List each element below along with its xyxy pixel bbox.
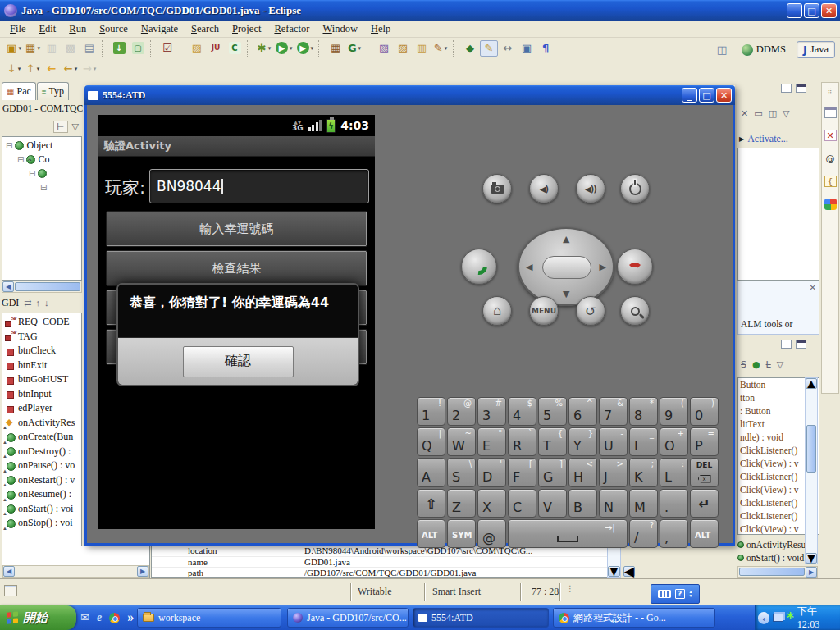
key-alt[interactable]: ALT [417,519,445,548]
menu-file[interactable]: File [3,22,32,36]
key-g[interactable]: G] [538,458,567,486]
outline-scrollbar[interactable]: ▲ ▼ [805,377,818,564]
key-0[interactable]: 0) [690,397,719,426]
network-tray-icon[interactable] [773,614,783,622]
scroll-right-button[interactable]: ▶ [137,566,148,577]
run-history-icon[interactable]: ▶▾ [295,40,316,57]
hierarchy-mode-icon[interactable]: ⊢ [53,121,67,133]
confirm-button[interactable]: 確認 [183,346,294,377]
keyboard-icon[interactable] [658,590,671,598]
call-button[interactable] [461,249,497,285]
close-popup-icon[interactable]: ✕ [810,283,816,292]
run-icon[interactable]: ▶▾ [274,40,294,57]
check-result-button[interactable]: 檢查結果 [107,251,367,285]
scroll-up-button[interactable]: ▲ [806,378,817,389]
minimize-button[interactable]: _ [787,3,802,18]
key-9[interactable]: 9( [660,397,688,426]
view-menu-icon[interactable]: ▽ [777,359,783,370]
view-minimize-icon[interactable] [781,84,792,93]
menu-edit[interactable]: Edit [32,22,62,36]
member-item[interactable]: edPlayer [3,401,81,416]
tree-node[interactable]: ⊟Object [4,139,81,153]
scroll-down-button[interactable]: ▼ [806,553,817,564]
task--go-[interactable]: 網路程式設計 - - Go... [553,608,715,628]
folder-icon[interactable]: ▥ [413,40,431,57]
menu-button[interactable]: MENU [529,296,559,326]
key-h[interactable]: H< [568,458,597,486]
search-folder-icon[interactable]: ▨ [394,40,412,57]
database-icon[interactable]: ◫ [769,108,777,119]
android-sdk-manager-icon[interactable]: ↓ [110,40,128,57]
maximize-button[interactable]: □ [699,88,714,103]
perspective-java-button[interactable]: J Java [797,41,835,58]
debug-icon[interactable]: ✱▾ [255,40,273,57]
expander-icon[interactable]: ⊟ [40,183,47,192]
key-l[interactable]: L: [660,458,688,486]
expand-arrow-icon[interactable]: ▶ [739,135,744,143]
key-r[interactable]: R` [508,427,536,456]
menu-navigate[interactable]: Navigate [135,22,185,36]
key-i[interactable]: I_ [629,427,658,456]
member-item[interactable]: btnCheck [3,344,81,358]
avd-manager-icon[interactable]: ▢ [129,40,147,57]
member-item[interactable]: btnInput [3,387,81,402]
key-m[interactable]: M [629,489,658,518]
home-button[interactable]: ⌂ [482,296,512,326]
perspective-ddms-button[interactable]: DDMS [736,42,792,57]
key-@[interactable]: @ [477,519,506,548]
ie-icon[interactable]: e [97,611,102,624]
scroll-left-button[interactable]: ◀ [3,566,15,577]
member-item[interactable]: onStart() : voi [3,502,81,517]
open-perspective-icon[interactable]: ◫ [713,42,731,58]
member-item[interactable]: onStop() : voi [3,516,81,531]
menu-search[interactable]: Search [185,22,226,36]
member-item[interactable]: onCreate(Bun [3,430,81,445]
key-sym[interactable]: SYM [447,519,476,548]
new-package-icon[interactable]: ▦▾ [24,40,42,57]
javadoc-icon[interactable]: @ [824,153,837,164]
key-8[interactable]: 8* [629,397,658,426]
emulator-titlebar[interactable]: 5554:ATD _ □ ✕ [84,85,735,105]
filter-members-icon[interactable]: ↓ [44,298,49,308]
junit-icon[interactable]: JU [207,40,225,57]
view-menu-icon[interactable]: ▽ [72,121,79,132]
key-space[interactable]: →| [508,519,628,548]
menu-refactor[interactable]: Refactor [267,22,316,36]
key-v[interactable]: V [538,489,567,518]
key-p[interactable]: P= [690,427,719,456]
tray-chevron-icon[interactable]: ‹ [758,612,769,624]
key-↵[interactable]: ↵ [690,489,719,518]
mark-occurrences-icon[interactable]: ✎ [480,40,498,57]
scroll-left-button[interactable]: ◀ [623,566,635,577]
tree-node[interactable]: ⊟ [4,167,81,180]
key-3[interactable]: 3# [477,397,506,426]
start-button[interactable]: 開始 [0,605,76,630]
property-row[interactable]: path/GDD107/src/COM/TQC/GDD01/GDD01.java [152,568,620,578]
checkbox-icon[interactable]: ☑ [158,40,176,57]
key-d[interactable]: D' [477,458,506,486]
key-5[interactable]: 5% [538,397,567,426]
drag-handle-icon[interactable]: ⠿ [828,88,833,95]
last-edit-icon[interactable]: ◆ [461,40,479,57]
save-all-icon[interactable]: ▩ [62,40,80,57]
player-input[interactable]: BN98044 [149,169,369,203]
task-5554-atd[interactable]: 5554:ATD [413,608,549,628]
key-⇧[interactable]: ⇧ [417,489,445,518]
member-item[interactable]: onRestart() : v [3,473,81,488]
back-icon[interactable]: ←▾ [62,61,80,77]
key-c[interactable]: C [508,489,536,518]
member-item[interactable]: btnExit [3,358,81,373]
key-,[interactable]: , [660,519,688,548]
key-y[interactable]: Y} [568,427,597,456]
chrome-icon[interactable] [109,613,120,623]
expander-icon[interactable]: ⊟ [29,169,35,178]
key-4[interactable]: 4$ [508,397,536,426]
key-1[interactable]: 1! [417,397,445,426]
menu-help[interactable]: Help [364,22,397,36]
back-button[interactable]: ↺ [576,296,605,326]
search-button[interactable] [620,296,650,326]
ddms-view-icon[interactable] [824,199,837,210]
hide-local-icon[interactable]: L [766,359,771,370]
help-icon[interactable]: ? [675,589,685,599]
key-.[interactable]: . [660,489,688,518]
